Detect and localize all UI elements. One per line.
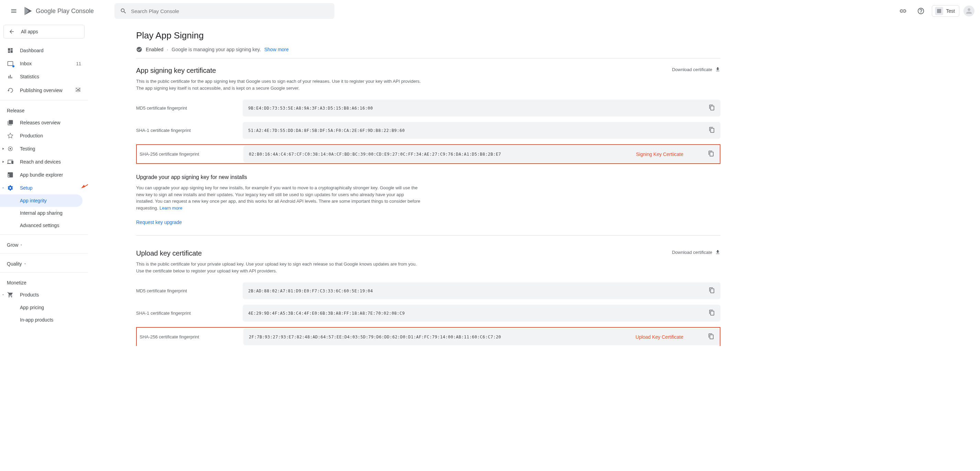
check-circle-icon	[136, 46, 142, 52]
chevron-down-icon	[2, 293, 5, 297]
search-box[interactable]	[115, 3, 334, 19]
copy-button[interactable]	[709, 105, 715, 112]
upload-md5-row: MD5 certificate fingerprint 2B:AD:88:02:…	[136, 282, 721, 299]
all-apps-label: All apps	[21, 29, 38, 34]
sidebar-products[interactable]: Products	[0, 288, 88, 301]
signing-desc: This is the public certificate for the a…	[136, 78, 422, 91]
status-enabled: Enabled	[146, 47, 163, 52]
status-text: Google is managing your app signing key.	[172, 47, 261, 52]
inbox-count: 11	[76, 61, 81, 66]
copy-button[interactable]	[708, 151, 714, 158]
sidebar-app-integrity[interactable]: App integrity	[0, 195, 83, 207]
chevron-down-icon	[2, 186, 5, 190]
dashboard-icon	[7, 48, 13, 54]
logo-text: Google Play Console	[36, 8, 94, 15]
sidebar-app-pricing[interactable]: App pricing	[0, 301, 88, 314]
sha256-label: SHA-256 certificate fingerprint	[137, 334, 243, 339]
sha1-label: SHA-1 certificate fingerprint	[136, 311, 243, 316]
sidebar-setup[interactable]: Setup	[0, 181, 88, 195]
sha1-label: SHA-1 certificate fingerprint	[136, 128, 243, 133]
signing-md5-row: MD5 certificate fingerprint 9B:E4:DD:73:…	[136, 100, 721, 116]
chevron-down-icon	[23, 262, 27, 266]
download-icon	[715, 67, 721, 72]
svg-marker-1	[25, 7, 29, 15]
signing-sha256-row: SHA-256 certificate fingerprint 02:B0:16…	[136, 144, 721, 164]
link-icon	[899, 7, 907, 15]
user-avatar[interactable]	[964, 5, 975, 16]
production-icon	[7, 133, 13, 139]
download-upload-cert[interactable]: Download certificate	[672, 249, 721, 255]
sidebar-dashboard[interactable]: Dashboard	[0, 44, 88, 57]
logo[interactable]: Google Play Console	[23, 6, 94, 16]
signing-sha1-row: SHA-1 certificate fingerprint 51:A2:4E:7…	[136, 122, 721, 139]
upload-desc: This is the public certificate for your …	[136, 261, 422, 274]
copy-icon	[708, 151, 714, 157]
upload-annotation: Upload Key Certificate	[636, 334, 683, 340]
sidebar-releases-overview[interactable]: Releases overview	[0, 116, 88, 129]
signing-section: App signing key certificate This is the …	[136, 67, 721, 236]
help-icon	[917, 7, 925, 15]
copy-button[interactable]	[709, 309, 715, 317]
signing-annotation: Signing Key Certiicate	[636, 152, 683, 157]
upgrade-desc: You can upgrade your app signing key for…	[136, 184, 422, 211]
copy-icon	[709, 287, 715, 293]
sidebar-advanced-settings[interactable]: Advanced settings	[0, 219, 88, 232]
sidebar-reach[interactable]: Reach and devices	[0, 155, 88, 168]
chevron-down-icon	[20, 243, 23, 247]
sha1-value: 4E:29:9D:4F:A5:3B:C4:4F:E0:6B:3B:A8:FF:1…	[248, 311, 705, 316]
sha1-value: 51:A2:4E:7D:55:DD:DA:8F:5B:DF:5A:F0:CA:2…	[248, 128, 705, 133]
quality-section-header[interactable]: Quality	[0, 256, 88, 270]
monetize-section-header: Monetize	[0, 275, 88, 288]
grow-section-header[interactable]: Grow	[0, 237, 88, 251]
header: Google Play Console Test	[0, 0, 980, 22]
all-apps-button[interactable]: All apps	[3, 25, 84, 38]
signing-title: App signing key certificate	[136, 67, 422, 75]
request-upgrade-link[interactable]: Request key upgrade	[136, 219, 721, 225]
copy-button[interactable]	[708, 333, 714, 341]
sidebar-inapp-products[interactable]: In-app products	[0, 314, 88, 326]
app-selector[interactable]: Test	[932, 5, 959, 17]
app-name: Test	[946, 8, 955, 14]
help-button[interactable]	[914, 4, 928, 18]
menu-icon	[10, 8, 17, 14]
hamburger-menu[interactable]	[5, 3, 22, 19]
cart-icon	[7, 292, 13, 298]
learn-more-link[interactable]: Learn more	[159, 205, 182, 211]
play-logo-icon	[23, 6, 33, 16]
copy-button[interactable]	[709, 127, 715, 134]
disabled-icon	[75, 87, 81, 93]
sidebar-publishing[interactable]: Publishing overview	[0, 83, 88, 97]
sha256-value: 2F:7B:93:27:93:E7:82:48:AD:64:57:EE:D4:0…	[249, 335, 636, 339]
sidebar-production[interactable]: Production	[0, 129, 88, 142]
md5-label: MD5 certificate fingerprint	[136, 105, 243, 111]
release-section-header: Release	[0, 103, 88, 116]
avatar-icon	[965, 7, 973, 15]
svg-marker-5	[81, 185, 85, 188]
gear-icon	[7, 185, 13, 191]
md5-value: 2B:AD:88:02:A7:81:D9:E0:F7:C3:33:6C:60:5…	[248, 289, 705, 293]
sha256-label: SHA-256 certificate fingerprint	[137, 152, 243, 157]
sidebar-inbox[interactable]: Inbox 11	[0, 57, 88, 70]
copy-button[interactable]	[709, 287, 715, 294]
publishing-icon	[7, 87, 13, 94]
sidebar-internal-sharing[interactable]: Internal app sharing	[0, 207, 88, 219]
sidebar-bundle[interactable]: App bundle explorer	[0, 168, 88, 181]
copy-icon	[709, 105, 715, 111]
search-input[interactable]	[131, 8, 329, 14]
status-row: Enabled · Google is managing your app si…	[136, 46, 721, 59]
statistics-icon	[7, 73, 13, 80]
sidebar-testing[interactable]: Testing	[0, 142, 88, 155]
show-more-link[interactable]: Show more	[264, 47, 289, 52]
testing-icon	[7, 146, 13, 152]
upload-sha1-row: SHA-1 certificate fingerprint 4E:29:9D:4…	[136, 305, 721, 322]
sidebar-statistics[interactable]: Statistics	[0, 70, 88, 83]
svg-point-3	[10, 148, 11, 150]
upload-title: Upload key certificate	[136, 249, 422, 257]
arrow-back-icon	[9, 29, 15, 35]
devices-icon	[7, 159, 13, 165]
search-icon	[120, 8, 127, 14]
link-button[interactable]	[896, 4, 910, 18]
md5-label: MD5 certificate fingerprint	[136, 288, 243, 293]
download-signing-cert[interactable]: Download certificate	[672, 67, 721, 72]
chevron-right-icon	[2, 160, 5, 163]
